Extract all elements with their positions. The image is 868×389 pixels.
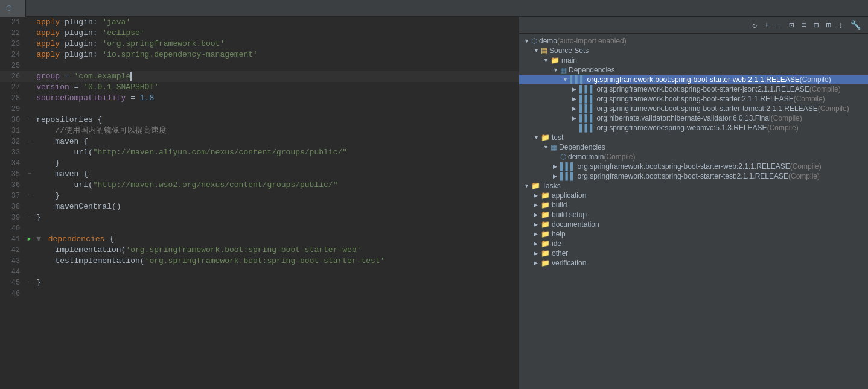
tree-item-spring-json[interactable]: ▶ ▌▌▌ org.springframework.boot:spring-bo… [519, 84, 868, 94]
code-line-35[interactable]: 35− maven { [0, 169, 519, 180]
code-editor[interactable]: 21apply plugin: 'java'22apply plugin: 'e… [0, 17, 519, 389]
code-line-40[interactable]: 40 [0, 223, 519, 234]
tree-arrow-build[interactable]: ▶ [534, 202, 541, 208]
tree-arrow-dependencies-test[interactable]: ▼ [543, 144, 550, 150]
tree-suffix-demo-main: (Compile) [604, 153, 635, 161]
code-line-46[interactable]: 46 [0, 288, 519, 299]
gradle-tree[interactable]: ▼ ⬡ demo (auto-import enabled) ▼ ▤ Sourc… [519, 34, 868, 389]
tree-item-other[interactable]: ▶ 📁 other [519, 248, 868, 258]
code-line-27[interactable]: 27version = '0.0.1-SNAPSHOT' [0, 82, 519, 93]
code-line-21[interactable]: 21apply plugin: 'java' [0, 17, 519, 28]
tree-arrow-spring-web[interactable]: ▼ [563, 77, 570, 83]
tree-arrow-spring-boot[interactable]: ▶ [572, 96, 579, 102]
sort-button[interactable]: ↕ [836, 19, 846, 31]
tree-arrow-ide[interactable]: ▶ [534, 241, 541, 247]
tree-item-spring-web[interactable]: ▼ ▌▌▌ org.springframework.boot:spring-bo… [519, 75, 868, 84]
tree-arrow-spring-boot-test[interactable]: ▶ [553, 173, 560, 179]
tree-item-spring-boot-test[interactable]: ▶ ▌▌▌ org.springframework.boot:spring-bo… [519, 171, 868, 181]
code-line-25[interactable]: 25 [0, 60, 519, 71]
tree-item-demo-main[interactable]: ⬡ demo:main (Compile) [519, 152, 868, 162]
code-line-45[interactable]: 45−} [0, 277, 519, 288]
tree-item-verification[interactable]: ▶ 📁 verification [519, 258, 868, 268]
dep-icon: ▦ [550, 143, 557, 151]
gutter-col [25, 267, 34, 277]
tree-item-test[interactable]: ▼ 📁 test [519, 133, 868, 142]
tree-arrow-help[interactable]: ▶ [534, 231, 541, 237]
tree-arrow-main[interactable]: ▼ [543, 57, 550, 63]
tree-item-build-setup[interactable]: ▶ 📁 build setup [519, 210, 868, 220]
code-line-38[interactable]: 38 mavenCentral() [0, 201, 519, 212]
fold-icon[interactable]: ▼ [36, 235, 46, 244]
tree-arrow-build-setup[interactable]: ▶ [534, 212, 541, 218]
code-line-22[interactable]: 22apply plugin: 'eclipse' [0, 28, 519, 39]
tree-arrow-spring-web-test[interactable]: ▶ [553, 163, 560, 169]
tree-item-build[interactable]: ▶ 📁 build [519, 200, 868, 210]
line-content: maven { [34, 136, 519, 147]
tree-arrow-source-sets[interactable]: ▼ [534, 48, 541, 54]
code-line-34[interactable]: 34 } [0, 158, 519, 169]
settings-icon[interactable]: 🔧 [848, 19, 863, 31]
tree-item-ide[interactable]: ▶ 📁 ide [519, 239, 868, 248]
code-line-44[interactable]: 44 [0, 267, 519, 277]
remove-button[interactable]: − [774, 19, 783, 31]
tree-arrow-application[interactable]: ▶ [534, 192, 541, 198]
tree-item-main[interactable]: ▼ 📁 main [519, 55, 868, 65]
tree-label-dependencies-main: Dependencies [569, 66, 615, 74]
tree-item-dependencies-main[interactable]: ▼ ▦ Dependencies [519, 65, 868, 75]
code-line-31[interactable]: 31 //使用国内的镜像可以提高速度 [0, 125, 519, 136]
code-line-39[interactable]: 39−} [0, 212, 519, 223]
tree-item-documentation[interactable]: ▶ 📁 documentation [519, 220, 868, 229]
tree-label-build-setup: build setup [552, 210, 587, 219]
code-line-23[interactable]: 23apply plugin: 'org.springframework.boo… [0, 39, 519, 49]
tree-arrow-tasks[interactable]: ▼ [524, 183, 531, 189]
tree-arrow-verification[interactable]: ▶ [534, 260, 541, 266]
code-line-37[interactable]: 37− } [0, 191, 519, 201]
tree-arrow-hibernate-validator[interactable]: ▶ [572, 115, 579, 121]
tree-label-build: build [552, 201, 567, 209]
folder-icon: 📁 [541, 249, 550, 258]
code-line-29[interactable]: 29 [0, 104, 519, 115]
tree-item-help[interactable]: ▶ 📁 help [519, 229, 868, 239]
code-line-33[interactable]: 33 url("http://maven.aliyun.com/nexus/co… [0, 147, 519, 158]
tree-item-hibernate-validator[interactable]: ▶ ▌▌▌ org.hibernate.validator:hibernate-… [519, 113, 868, 123]
code-line-24[interactable]: 24apply plugin: 'io.spring.dependency-ma… [0, 49, 519, 60]
tree-item-spring-boot[interactable]: ▶ ▌▌▌ org.springframework.boot:spring-bo… [519, 94, 868, 104]
tree-item-tasks[interactable]: ▼ 📁 Tasks [519, 181, 868, 191]
code-token-str: '0.0.1-SNAPSHOT' [83, 83, 159, 92]
tree-item-application[interactable]: ▶ 📁 application [519, 191, 868, 200]
expand-all-button[interactable]: ⊟ [811, 19, 821, 31]
run-button[interactable]: ▶ [28, 236, 31, 242]
code-line-36[interactable]: 36 url("http://maven.wso2.org/nexus/cont… [0, 180, 519, 191]
code-line-43[interactable]: 43 testImplementation('org.springframewo… [0, 256, 519, 267]
code-token-plain: testImplementation( [36, 256, 144, 265]
group-button[interactable]: ⊞ [823, 19, 833, 31]
tree-item-source-sets[interactable]: ▼ ▤ Source Sets [519, 46, 868, 55]
refresh-button[interactable]: ↻ [750, 19, 759, 31]
tree-arrow-other[interactable]: ▶ [534, 250, 541, 256]
code-line-42[interactable]: 42 implementation('org.springframework.b… [0, 245, 519, 256]
tab-demo[interactable]: ⬡ [0, 0, 26, 17]
tree-item-spring-web-test[interactable]: ▶ ▌▌▌ org.springframework.boot:spring-bo… [519, 162, 868, 171]
tree-arrow-test[interactable]: ▼ [534, 134, 541, 141]
collapse-all-button[interactable]: ≡ [799, 19, 808, 31]
code-line-41[interactable]: 41▶▼ dependencies { [0, 234, 519, 245]
tree-item-spring-tomcat[interactable]: ▶ ▌▌▌ org.springframework.boot:spring-bo… [519, 104, 868, 113]
tree-suffix-spring-webmvc: (Compile) [767, 124, 799, 132]
tree-arrow-dependencies-main[interactable]: ▼ [553, 67, 560, 73]
code-token-str: 'org.springframework.boot' [102, 39, 225, 48]
add-button[interactable]: + [762, 19, 771, 31]
tree-item-spring-webmvc[interactable]: ▌▌▌ org.springframework:spring-webmvc:5.… [519, 123, 868, 133]
line-number: 22 [0, 28, 25, 39]
tree-item-dependencies-test[interactable]: ▼ ▦ Dependencies [519, 142, 868, 152]
tree-arrow-demo[interactable]: ▼ [524, 38, 531, 44]
execute-button[interactable]: ⊡ [787, 19, 796, 31]
code-line-26[interactable]: 26group = 'com.example [0, 71, 519, 82]
tree-arrow-spring-json[interactable]: ▶ [572, 86, 579, 92]
code-line-30[interactable]: 30−repositories { [0, 115, 519, 125]
code-line-32[interactable]: 32− maven { [0, 136, 519, 147]
tree-arrow-spring-tomcat[interactable]: ▶ [572, 106, 579, 112]
code-token-str: "http://maven.aliyun.com/nexus/content/g… [93, 148, 347, 157]
tree-item-demo[interactable]: ▼ ⬡ demo (auto-import enabled) [519, 36, 868, 46]
tree-arrow-documentation[interactable]: ▶ [534, 221, 541, 227]
code-line-28[interactable]: 28sourceCompatibility = 1.8 [0, 93, 519, 104]
